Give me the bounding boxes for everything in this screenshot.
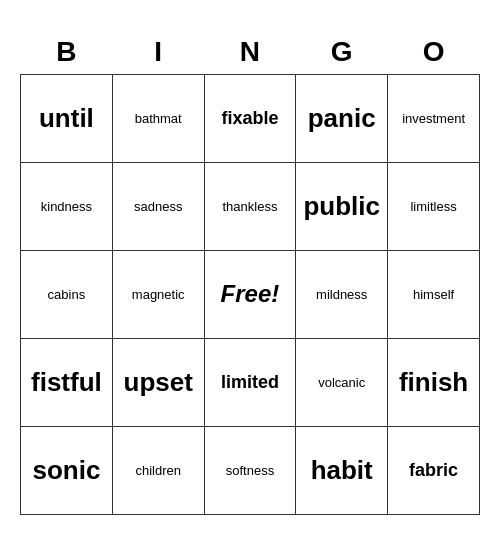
cell-text: himself: [413, 287, 454, 302]
table-row: kindnesssadnessthanklesspubliclimitless: [21, 162, 480, 250]
cell-text: habit: [311, 455, 373, 485]
cell-text: sadness: [134, 199, 182, 214]
bingo-cell-r0-c3: panic: [296, 74, 388, 162]
bingo-cell-r0-c1: bathmat: [112, 74, 204, 162]
bingo-cell-r2-c0: cabins: [21, 250, 113, 338]
cell-text: magnetic: [132, 287, 185, 302]
cell-text: panic: [308, 103, 376, 133]
bingo-cell-r1-c3: public: [296, 162, 388, 250]
table-row: cabinsmagneticFree!mildnesshimself: [21, 250, 480, 338]
bingo-cell-r2-c2: Free!: [204, 250, 296, 338]
cell-text: limited: [221, 372, 279, 392]
cell-text: softness: [226, 463, 274, 478]
bingo-cell-r0-c4: investment: [388, 74, 480, 162]
bingo-cell-r4-c0: sonic: [21, 426, 113, 514]
bingo-cell-r3-c3: volcanic: [296, 338, 388, 426]
bingo-header-N: N: [204, 30, 296, 75]
bingo-cell-r4-c1: children: [112, 426, 204, 514]
cell-text: public: [303, 191, 380, 221]
bingo-cell-r1-c4: limitless: [388, 162, 480, 250]
cell-text: Free!: [221, 280, 280, 307]
bingo-cell-r4-c3: habit: [296, 426, 388, 514]
bingo-header-O: O: [388, 30, 480, 75]
cell-text: thankless: [222, 199, 277, 214]
bingo-cell-r0-c0: until: [21, 74, 113, 162]
cell-text: limitless: [410, 199, 456, 214]
bingo-cell-r3-c0: fistful: [21, 338, 113, 426]
cell-text: sonic: [32, 455, 100, 485]
bingo-header-I: I: [112, 30, 204, 75]
bingo-cell-r1-c2: thankless: [204, 162, 296, 250]
bingo-cell-r4-c2: softness: [204, 426, 296, 514]
bingo-cell-r3-c2: limited: [204, 338, 296, 426]
bingo-cell-r2-c1: magnetic: [112, 250, 204, 338]
cell-text: fabric: [409, 460, 458, 480]
table-row: untilbathmatfixablepanicinvestment: [21, 74, 480, 162]
cell-text: kindness: [41, 199, 92, 214]
cell-text: fixable: [221, 108, 278, 128]
bingo-cell-r2-c4: himself: [388, 250, 480, 338]
bingo-cell-r0-c2: fixable: [204, 74, 296, 162]
cell-text: cabins: [48, 287, 86, 302]
cell-text: mildness: [316, 287, 367, 302]
cell-text: investment: [402, 111, 465, 126]
bingo-cell-r1-c1: sadness: [112, 162, 204, 250]
table-row: fistfulupsetlimitedvolcanicfinish: [21, 338, 480, 426]
cell-text: fistful: [31, 367, 102, 397]
bingo-cell-r1-c0: kindness: [21, 162, 113, 250]
cell-text: children: [135, 463, 181, 478]
bingo-cell-r4-c4: fabric: [388, 426, 480, 514]
cell-text: until: [39, 103, 94, 133]
bingo-card: BINGO untilbathmatfixablepanicinvestment…: [20, 30, 480, 515]
cell-text: bathmat: [135, 111, 182, 126]
bingo-cell-r2-c3: mildness: [296, 250, 388, 338]
bingo-cell-r3-c4: finish: [388, 338, 480, 426]
bingo-header-B: B: [21, 30, 113, 75]
bingo-header-G: G: [296, 30, 388, 75]
cell-text: finish: [399, 367, 468, 397]
cell-text: upset: [124, 367, 193, 397]
cell-text: volcanic: [318, 375, 365, 390]
table-row: sonicchildrensoftnesshabitfabric: [21, 426, 480, 514]
bingo-cell-r3-c1: upset: [112, 338, 204, 426]
